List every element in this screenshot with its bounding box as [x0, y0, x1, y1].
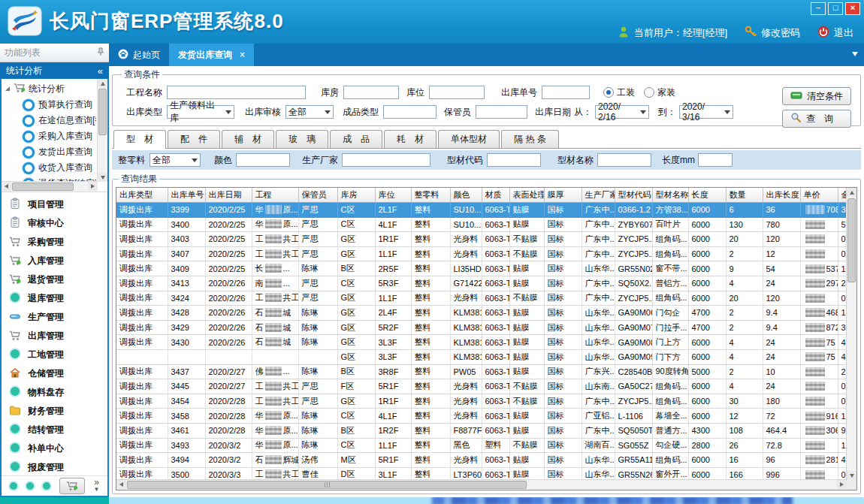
- manufacturer-input[interactable]: [342, 153, 430, 167]
- change-password-button[interactable]: 修改密码: [744, 25, 800, 41]
- sidebar-module[interactable]: 项目管理: [2, 195, 107, 214]
- table-row[interactable]: G区3L3F整料KLM38176063-T5贴膜国标山东华...GA90M09.…: [116, 349, 847, 364]
- sidebar-module[interactable]: 报废管理: [2, 458, 107, 475]
- column-header[interactable]: 库位: [375, 188, 411, 203]
- material-tab[interactable]: 耗 材: [384, 130, 437, 148]
- keeper-input[interactable]: [476, 105, 527, 119]
- column-header[interactable]: 单价: [800, 188, 838, 203]
- minimize-button[interactable]: –: [811, 2, 826, 15]
- scroll-right-arrow[interactable]: [837, 480, 847, 489]
- tab-overflow-chevron-icon[interactable]: [852, 52, 858, 56]
- material-tab[interactable]: 单体型材: [438, 130, 500, 148]
- table-row[interactable]: 调拨出库34542020/2/28工共工程严思G区1R1F整料光身料6063-T…: [116, 394, 847, 409]
- column-header[interactable]: 数量: [726, 188, 763, 203]
- grid-vertical-scrollbar[interactable]: [846, 188, 856, 480]
- tree-root[interactable]: 统计分析: [3, 80, 96, 97]
- table-row[interactable]: 调拨出库33992020/2/25华原...严思C区2L1F整料SU10...6…: [116, 203, 847, 218]
- material-tab[interactable]: 辅 材: [222, 130, 274, 148]
- audit-select[interactable]: 全部: [285, 105, 334, 119]
- tree-expander-icon[interactable]: [5, 86, 10, 91]
- tree-item[interactable]: 在途信息查询[待: [3, 113, 96, 128]
- column-header[interactable]: 长度: [688, 188, 726, 203]
- table-row[interactable]: 调拨出库34092020/2/25长...陈琳B区2R5F整料LI35HD606…: [116, 261, 847, 276]
- table-row[interactable]: 调拨出库34072020/2/25工共工程严思G区1L1F整料光身料6063-T…: [116, 246, 847, 261]
- column-header[interactable]: 型材名称: [652, 188, 688, 203]
- tree-item[interactable]: 预算执行查询: [3, 97, 96, 113]
- date-from-select[interactable]: 2020/ 2/16: [595, 105, 649, 119]
- scrollbar-thumb[interactable]: [98, 89, 107, 135]
- grid-horizontal-scrollbar[interactable]: [116, 479, 847, 490]
- scrollbar-thumb[interactable]: [847, 198, 856, 282]
- column-header[interactable]: 保管员: [298, 188, 337, 203]
- search-button[interactable]: 查 询: [782, 110, 851, 128]
- table-row[interactable]: 调拨出库34932020/3/2华原...陈琳C区1L1F整料黑色塑料不贴膜国标…: [116, 438, 847, 453]
- scroll-left-arrow[interactable]: [116, 480, 126, 489]
- pin-icon[interactable]: [97, 47, 104, 59]
- tree-horizontal-scrollbar[interactable]: [2, 181, 98, 192]
- scroll-right-arrow[interactable]: [88, 182, 98, 191]
- column-header[interactable]: 出库单号: [168, 188, 205, 203]
- tab-home[interactable]: 起始页: [109, 44, 169, 66]
- column-header[interactable]: 颜色: [450, 188, 482, 203]
- scroll-down-arrow[interactable]: [847, 471, 856, 480]
- material-tab[interactable]: 玻 璃: [276, 130, 328, 148]
- material-tab[interactable]: 隔 热 条: [501, 130, 559, 148]
- table-row[interactable]: 调拨出库35002020/3/3工共工程曹佳D区3L1F整料LT3P606063…: [116, 467, 847, 480]
- scroll-left-arrow[interactable]: [2, 182, 11, 191]
- column-header[interactable]: 型材代码: [615, 188, 652, 203]
- profile-name-input[interactable]: [597, 153, 651, 167]
- material-tab[interactable]: 配 件: [168, 130, 220, 148]
- table-row[interactable]: 调拨出库34282020/2/26石城陈琳G区2L4F整料KLM38176063…: [116, 306, 847, 321]
- table-row[interactable]: 调拨出库34942020/3/2石辉城汤伟M区5R1F整料光身料6063-T5贴…: [116, 453, 847, 468]
- work-clothing-radio[interactable]: 工装: [603, 86, 635, 99]
- table-row[interactable]: 调拨出库34302020/2/26石城陈琳G区3L3F整料KLM38176063…: [116, 335, 847, 350]
- more-buttons-chevron[interactable]: »▼: [94, 479, 100, 493]
- scroll-up-arrow[interactable]: [98, 79, 107, 88]
- sidebar-module[interactable]: 入库管理: [2, 252, 107, 270]
- table-row[interactable]: 调拨出库34242020/2/26工共工程严思G区1L1F整料光身料6063-T…: [116, 291, 847, 306]
- column-header[interactable]: 整零料: [411, 188, 450, 203]
- tab-close-icon[interactable]: ×: [240, 50, 245, 60]
- module-dot-icon[interactable]: [43, 482, 50, 490]
- sidebar-module[interactable]: 出库管理: [2, 327, 107, 346]
- location-input[interactable]: [429, 86, 485, 99]
- maximize-button[interactable]: □: [828, 2, 843, 15]
- tab-outbound-query[interactable]: 发货出库查询 ×: [169, 44, 254, 66]
- scroll-up-arrow[interactable]: [847, 188, 856, 197]
- order-no-input[interactable]: [542, 86, 590, 99]
- column-header[interactable]: 出库类型: [116, 188, 168, 203]
- sidebar-module[interactable]: 生产管理: [2, 308, 107, 327]
- sidebar-module[interactable]: 工地管理: [2, 346, 107, 364]
- module-dot-icon[interactable]: [26, 482, 34, 490]
- sidebar-module[interactable]: 财务管理: [2, 402, 107, 421]
- column-header[interactable]: 表面处理: [509, 188, 544, 203]
- table-row[interactable]: 调拨出库34032020/2/25工共工程严思G区1R1F整料光身料6063-T…: [116, 232, 847, 247]
- table-row[interactable]: 调拨出库34372020/2/27佛...陈琳B区3R8F整料PW056063-…: [116, 364, 847, 379]
- column-header[interactable]: 库房: [337, 188, 375, 203]
- column-header[interactable]: 膜厚: [544, 188, 582, 203]
- table-row[interactable]: 调拨出库34002020/2/25华原...严思C区4L1F整料SU10...6…: [116, 217, 847, 232]
- material-tab[interactable]: 成 品: [330, 130, 382, 148]
- sidebar-module[interactable]: 退库管理: [2, 289, 107, 308]
- clear-conditions-button[interactable]: 清空条件: [782, 87, 851, 105]
- warehouse-input[interactable]: [343, 86, 399, 99]
- length-input[interactable]: [698, 153, 733, 167]
- project-name-input[interactable]: [167, 86, 306, 99]
- date-to-select[interactable]: 2020/ 3/16: [679, 105, 733, 119]
- material-tab[interactable]: 型 材: [113, 130, 166, 149]
- product-type-input[interactable]: [383, 105, 437, 119]
- logout-button[interactable]: 退出: [817, 25, 853, 41]
- sidebar-module[interactable]: 退货管理: [2, 270, 107, 289]
- whole-part-select[interactable]: 全部: [150, 153, 201, 167]
- table-row[interactable]: 调拨出库34452020/2/27工共工程严思F区5R1F整料光身料6063-T…: [116, 379, 847, 394]
- table-row[interactable]: 调拨出库34612020/2/28华原...陈琳B区1R2F整料F8877FT6…: [116, 423, 847, 438]
- scrollbar-thumb[interactable]: [12, 183, 74, 191]
- close-button[interactable]: ×: [845, 2, 860, 15]
- color-input[interactable]: [236, 153, 290, 167]
- column-header[interactable]: 生产厂家: [582, 188, 615, 203]
- home-decoration-radio[interactable]: 家装: [644, 86, 675, 99]
- table-row[interactable]: 调拨出库34292020/2/26石城陈琳G区5R2F整料KLM38176063…: [116, 320, 847, 335]
- tree-item[interactable]: 采购入库查询: [3, 128, 96, 144]
- sidebar-module[interactable]: 审核中心: [2, 214, 107, 233]
- sidebar-module[interactable]: 补单中心: [2, 439, 107, 458]
